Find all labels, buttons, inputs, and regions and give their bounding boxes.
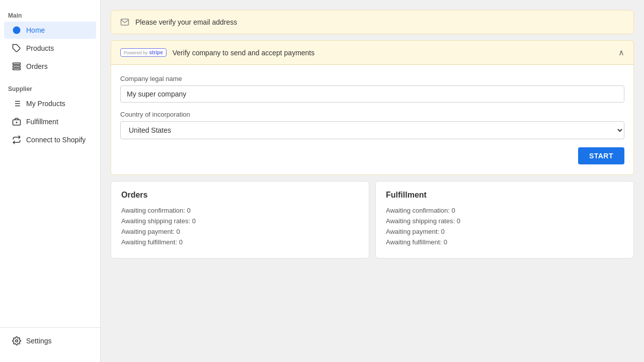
stats-row: Orders Awaiting confirmation: 0 Awaiting…	[111, 181, 634, 258]
orders-stat-2: Awaiting payment: 0	[121, 228, 359, 235]
svg-point-0	[13, 27, 21, 34]
svg-rect-3	[13, 66, 21, 67]
my-products-icon	[12, 99, 21, 108]
country-group: Country of incorporation United States U…	[120, 111, 624, 139]
company-name-input[interactable]	[120, 85, 624, 103]
fulfillment-stat-0: Awaiting confirmation: 0	[386, 207, 623, 214]
chevron-up-icon[interactable]: ∧	[618, 48, 624, 57]
main-section-label: Main	[0, 8, 100, 21]
notification-text: Please verify your email address	[135, 18, 237, 26]
fulfillment-stat-1: Awaiting shipping rates: 0	[386, 217, 623, 225]
sidebar-item-my-products[interactable]: My Products	[4, 95, 96, 112]
verification-header-left: Powered by stripe Verify company to send…	[120, 48, 314, 57]
verification-title: Verify company to send and accept paymen…	[173, 49, 315, 57]
fulfillment-stat-2: Awaiting payment: 0	[386, 228, 623, 235]
orders-label: Orders	[26, 62, 48, 70]
sidebar-item-home[interactable]: Home	[4, 22, 96, 39]
email-verification-banner: Please verify your email address	[111, 10, 634, 34]
country-select[interactable]: United States United Kingdom Canada Aust…	[120, 121, 624, 139]
my-products-label: My Products	[26, 100, 65, 108]
start-button[interactable]: START	[578, 147, 624, 164]
fulfillment-label: Fulfillment	[26, 118, 58, 126]
fulfillment-stats-card: Fulfillment Awaiting confirmation: 0 Awa…	[375, 181, 634, 258]
orders-stat-1: Awaiting shipping rates: 0	[121, 217, 359, 225]
connect-shopify-label: Connect to Shopify	[26, 136, 86, 144]
fulfillment-stat-3: Awaiting fulfillment: 0	[386, 238, 623, 246]
sidebar-item-fulfillment[interactable]: Fulfillment	[4, 113, 96, 130]
products-label: Products	[26, 44, 54, 52]
fulfillment-icon	[12, 117, 21, 126]
verification-header[interactable]: Powered by stripe Verify company to send…	[111, 41, 633, 64]
sidebar-item-orders[interactable]: Orders	[4, 58, 96, 75]
products-icon	[12, 44, 21, 53]
start-btn-row: START	[120, 147, 624, 164]
orders-card-title: Orders	[121, 191, 359, 200]
orders-stat-3: Awaiting fulfillment: 0	[121, 238, 359, 246]
orders-icon	[12, 62, 21, 71]
verification-body: Company legal name Country of incorporat…	[111, 64, 633, 174]
main-content: Please verify your email address Powered…	[101, 0, 644, 362]
sidebar-item-connect-shopify[interactable]: Connect to Shopify	[4, 131, 96, 148]
country-label: Country of incorporation	[120, 111, 624, 118]
stripe-name: stripe	[149, 50, 163, 55]
home-label: Home	[26, 26, 45, 34]
fulfillment-card-title: Fulfillment	[386, 191, 623, 200]
stripe-badge: Powered by stripe	[120, 48, 167, 57]
supplier-section-label: Supplier	[0, 81, 100, 95]
settings-icon	[12, 336, 21, 345]
powered-by-text: Powered by	[124, 50, 148, 55]
email-icon	[120, 18, 129, 27]
company-label: Company legal name	[120, 75, 624, 82]
verification-card: Powered by stripe Verify company to send…	[111, 40, 634, 175]
sidebar-item-settings[interactable]: Settings	[4, 332, 96, 349]
svg-point-14	[16, 340, 18, 342]
home-icon	[12, 26, 21, 35]
sidebar-item-products[interactable]: Products	[4, 40, 96, 57]
company-name-group: Company legal name	[120, 75, 624, 103]
orders-stats-card: Orders Awaiting confirmation: 0 Awaiting…	[111, 181, 369, 258]
connect-shopify-icon	[12, 135, 21, 144]
orders-stat-0: Awaiting confirmation: 0	[121, 207, 359, 214]
sidebar: Main Home Products Orders Supplier	[0, 0, 101, 362]
svg-rect-4	[13, 68, 21, 70]
svg-rect-2	[13, 63, 21, 64]
settings-label: Settings	[26, 337, 52, 345]
